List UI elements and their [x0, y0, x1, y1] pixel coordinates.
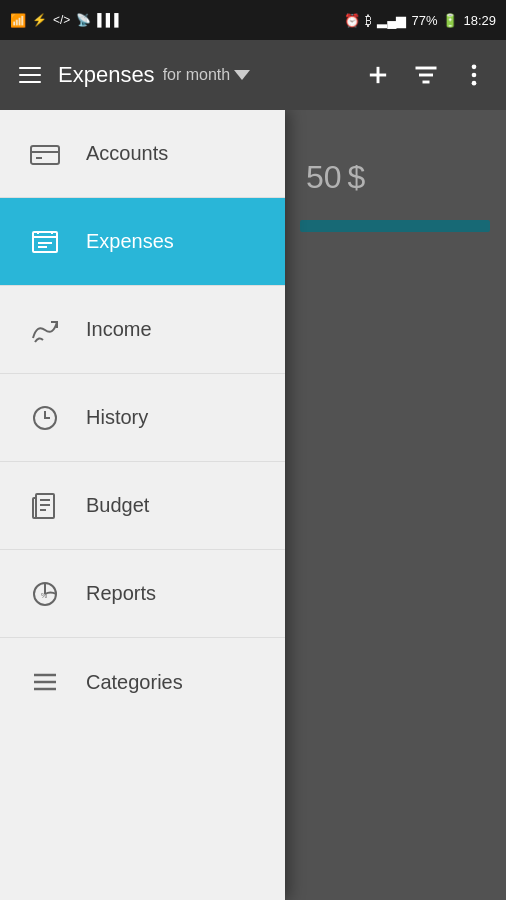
sidebar-item-categories[interactable]: Categories [0, 638, 285, 726]
expenses-icon [20, 217, 70, 267]
currency-icon: ₿ [365, 13, 372, 28]
budget-label: Budget [86, 494, 149, 517]
dev-icon: </> [53, 13, 70, 27]
history-label: History [86, 406, 148, 429]
svg-point-7 [472, 81, 477, 86]
usb-icon: ⚡ [32, 13, 47, 27]
menu-button[interactable] [10, 55, 50, 95]
battery-icon: 🔋 [442, 13, 458, 28]
dropdown-arrow-icon[interactable] [234, 70, 250, 80]
signal-icon: 📶 [10, 13, 26, 28]
sidebar-item-expenses[interactable]: Expenses [0, 198, 285, 286]
signal-strength-icon: ▂▄▆ [377, 13, 406, 28]
sidebar-item-budget[interactable]: Budget [0, 462, 285, 550]
reports-label: Reports [86, 582, 156, 605]
alarm-icon: ⏰ [344, 13, 360, 28]
more-button[interactable] [452, 53, 496, 97]
svg-point-6 [472, 73, 477, 78]
hamburger-icon [19, 67, 41, 83]
categories-icon [20, 657, 70, 707]
radio-icon: 📡 [76, 13, 91, 27]
app-title: Expenses [58, 62, 155, 88]
main-content: 50$ Accounts [0, 110, 506, 900]
budget-icon [20, 481, 70, 531]
battery-percent: 77% [411, 13, 437, 28]
app-subtitle: for month [163, 66, 231, 84]
categories-label: Categories [86, 671, 183, 694]
svg-rect-8 [31, 146, 59, 164]
svg-text:%: % [41, 592, 47, 599]
expenses-label: Expenses [86, 230, 174, 253]
nav-drawer: Accounts Expenses [0, 110, 285, 900]
time-display: 18:29 [463, 13, 496, 28]
add-button[interactable] [356, 53, 400, 97]
sidebar-item-accounts[interactable]: Accounts [0, 110, 285, 198]
sidebar-item-reports[interactable]: % Reports [0, 550, 285, 638]
accounts-icon [20, 129, 70, 179]
filter-button[interactable] [404, 53, 448, 97]
barcode-icon: ▌▌▌ [97, 13, 123, 27]
accounts-label: Accounts [86, 142, 168, 165]
svg-point-5 [472, 65, 477, 70]
status-bar: 📶 ⚡ </> 📡 ▌▌▌ ⏰ ₿ ▂▄▆ 77% 🔋 18:29 [0, 0, 506, 40]
reports-icon: % [20, 569, 70, 619]
income-icon [20, 305, 70, 355]
history-icon [20, 393, 70, 443]
app-bar: Expenses for month [0, 40, 506, 110]
income-label: Income [86, 318, 152, 341]
app-bar-actions [356, 53, 496, 97]
sidebar-item-income[interactable]: Income [0, 286, 285, 374]
sidebar-item-history[interactable]: History [0, 374, 285, 462]
